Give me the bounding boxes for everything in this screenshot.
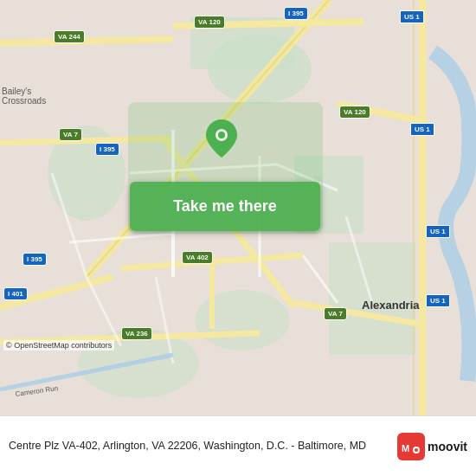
shield-va236: VA 236 (121, 327, 152, 340)
svg-point-5 (195, 290, 290, 351)
moovit-logo: M moovit (397, 433, 467, 460)
shield-va7-right: VA 7 (324, 307, 347, 320)
shield-va120-top: VA 120 (194, 16, 225, 29)
shield-i395-mid: I 395 (95, 143, 119, 156)
shield-i395-bot: I 395 (23, 253, 47, 266)
shield-us1-mid2: US 1 (426, 225, 450, 238)
address-text: Centre Plz VA-402, Arlington, VA 22206, … (9, 439, 390, 454)
city-label-alexandria: Alexandria (362, 299, 419, 312)
info-bar: Centre Plz VA-402, Arlington, VA 22206, … (0, 415, 476, 476)
shield-va120-right: VA 120 (339, 106, 370, 119)
svg-point-41 (415, 448, 418, 452)
shield-us1-mid1: US 1 (410, 123, 434, 136)
svg-point-37 (218, 132, 225, 138)
shield-va7-left: VA 7 (59, 128, 82, 141)
take-me-there-button[interactable]: Take me there (130, 182, 320, 231)
shield-us1-top: US 1 (400, 10, 424, 23)
city-label-baileys: Bailey'sCrossroads (2, 87, 46, 106)
shield-i401: I 401 (3, 287, 28, 300)
shield-us1-bot: US 1 (426, 294, 450, 307)
map-pin (206, 119, 237, 158)
shield-va244: VA 244 (54, 30, 85, 43)
osm-copyright: © OpenStreetMap contributors (3, 340, 114, 351)
svg-line-10 (0, 39, 173, 43)
shield-i395-top: I 395 (284, 7, 308, 20)
moovit-brand-name: moovit (428, 440, 467, 453)
shield-va402: VA 402 (182, 251, 213, 264)
map-container: Cameron Run VA 244 VA 120 VA 120 VA 7 VA… (0, 0, 476, 415)
moovit-icon: M (397, 433, 425, 460)
svg-text:M: M (402, 443, 409, 453)
